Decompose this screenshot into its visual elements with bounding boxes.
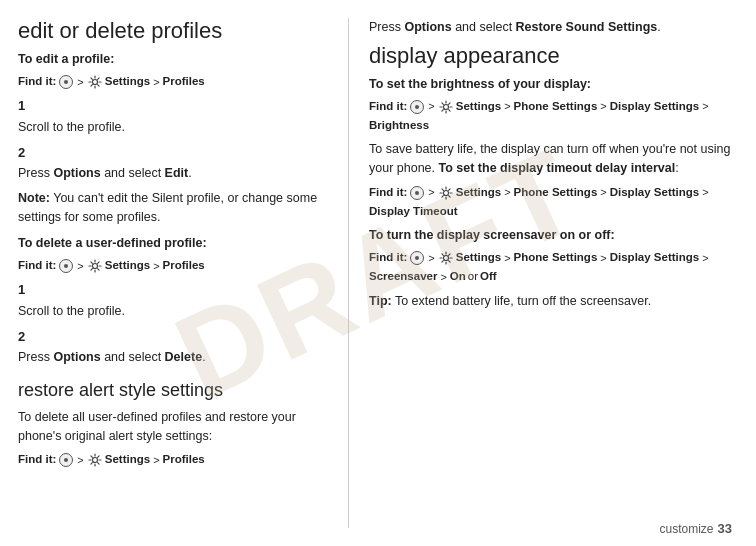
brightness-nav-text: Brightness	[369, 117, 429, 134]
delete-find-it-line: Find it: > Settings > Profiles	[18, 257, 328, 274]
timeout-bold: To set the display timeout delay interva…	[439, 161, 676, 175]
settings-icon-5	[439, 186, 453, 200]
display-timeout-text: Display Timeout	[369, 203, 458, 220]
profiles-text-1: Profiles	[163, 73, 205, 90]
phone-settings-text-2: Phone Settings	[514, 184, 598, 201]
or-text: or	[468, 268, 478, 285]
arrow-13: >	[600, 184, 606, 201]
phone-settings-text-3: Phone Settings	[514, 249, 598, 266]
arrow-9: >	[600, 98, 606, 115]
find-it-label-1: Find it:	[18, 73, 56, 90]
settings-text-5: Settings	[456, 184, 501, 201]
phone-settings-text-1: Phone Settings	[514, 98, 598, 115]
display-heading: display appearance	[369, 43, 748, 69]
screensaver-find-it-line: Find it: > Settings > Phone Settings > D…	[369, 249, 748, 286]
arrow-3: >	[77, 258, 83, 275]
settings-text-6: Settings	[456, 249, 501, 266]
svg-point-0	[92, 79, 97, 84]
nav-dot-icon-6	[410, 251, 424, 265]
off-text: Off	[480, 268, 497, 285]
display-settings-text-1: Display Settings	[610, 98, 699, 115]
arrow-12: >	[504, 184, 510, 201]
nav-dot-icon-4	[410, 100, 424, 114]
nav-dot-icon-5	[410, 186, 424, 200]
settings-text-3: Settings	[105, 451, 150, 468]
arrow-19: >	[440, 269, 446, 286]
edit-profile-label: To edit a profile:	[18, 50, 328, 69]
tip-content: To extend battery life, turn off the scr…	[392, 294, 651, 308]
settings-icon-1	[88, 75, 102, 89]
note-prefix: Note:	[18, 191, 50, 205]
options-label-2: Options	[53, 350, 100, 364]
display-settings-text-3: Display Settings	[610, 249, 699, 266]
arrow-8: >	[504, 98, 510, 115]
settings-icon-4	[439, 100, 453, 114]
tip-block: Tip: To extend battery life, turn off th…	[369, 292, 748, 311]
timeout-find-it-line: Find it: > Settings > Phone Settings > D…	[369, 184, 748, 221]
screensaver-nav-text: Screensaver	[369, 268, 437, 285]
profiles-text-2: Profiles	[163, 257, 205, 274]
step-2-suffix: and select	[101, 166, 165, 180]
settings-icon-6	[439, 251, 453, 265]
settings-text-4: Settings	[456, 98, 501, 115]
page-container: edit or delete profiles To edit a profil…	[0, 0, 756, 546]
step-4-num: 2	[18, 327, 328, 347]
find-it-label-2: Find it:	[18, 257, 56, 274]
step-3-num: 1	[18, 280, 328, 300]
display-settings-text-2: Display Settings	[610, 184, 699, 201]
arrow-17: >	[600, 250, 606, 267]
arrow-5: >	[77, 452, 83, 469]
arrow-4: >	[153, 258, 159, 275]
settings-text-1: Settings	[105, 73, 150, 90]
footer-number: 33	[718, 521, 732, 536]
footer-word: customize	[660, 522, 714, 536]
step-1-text: Scroll to the profile.	[18, 118, 328, 137]
brightness-label: To set the brightness of your display:	[369, 75, 748, 94]
page-footer: customize 33	[660, 521, 733, 536]
nav-dot-icon-1	[59, 75, 73, 89]
step-4-text: Press Options and select Delete.	[18, 348, 328, 367]
arrow-15: >	[428, 250, 434, 267]
settings-icon-3	[88, 453, 102, 467]
options-label-3: Options	[404, 20, 451, 34]
restore-find-it-line: Find it: > Settings > Profiles	[18, 451, 328, 468]
on-text: On	[450, 268, 466, 285]
settings-text-2: Settings	[105, 257, 150, 274]
main-heading: edit or delete profiles	[18, 18, 328, 44]
brightness-find-it-line: Find it: > Settings > Phone Settings > D…	[369, 98, 748, 135]
find-it-label-6: Find it:	[369, 249, 407, 266]
restore-instructions: Press Options and select Restore Sound S…	[369, 18, 748, 37]
settings-icon-2	[88, 259, 102, 273]
arrow-11: >	[428, 184, 434, 201]
delete-profile-label: To delete a user-defined profile:	[18, 234, 328, 253]
brightness-para: To save battery life, the display can tu…	[369, 140, 748, 178]
svg-point-3	[443, 104, 448, 109]
arrow-7: >	[428, 98, 434, 115]
screensaver-label: To turn the display screensaver on or of…	[369, 226, 748, 245]
note-content: You can't edit the Silent profile, or ch…	[18, 191, 317, 224]
edit-find-it-line: Find it: > Settings > Profiles	[18, 73, 328, 90]
step-2-num: 2	[18, 143, 328, 163]
left-column: edit or delete profiles To edit a profil…	[18, 18, 348, 528]
svg-point-5	[443, 255, 448, 260]
note-block: Note: You can't edit the Silent profile,…	[18, 189, 328, 227]
find-it-label-5: Find it:	[369, 184, 407, 201]
step-3-text: Scroll to the profile.	[18, 302, 328, 321]
step-4-prefix: Press	[18, 350, 53, 364]
restore-sound-text: Restore Sound Settings	[516, 20, 658, 34]
arrow-2: >	[153, 74, 159, 91]
arrow-18: >	[702, 250, 708, 267]
edit-label-text: Edit	[165, 166, 189, 180]
restore-para: To delete all user-defined profiles and …	[18, 408, 328, 446]
right-column: Press Options and select Restore Sound S…	[348, 18, 748, 528]
find-it-label-4: Find it:	[369, 98, 407, 115]
step-2-text: Press Options and select Edit.	[18, 164, 328, 183]
arrow-14: >	[702, 184, 708, 201]
arrow-6: >	[153, 452, 159, 469]
arrow-1: >	[77, 74, 83, 91]
restore-heading: restore alert style settings	[18, 377, 328, 404]
svg-point-2	[92, 458, 97, 463]
nav-dot-icon-2	[59, 259, 73, 273]
find-it-label-3: Find it:	[18, 451, 56, 468]
delete-label-text: Delete	[165, 350, 203, 364]
